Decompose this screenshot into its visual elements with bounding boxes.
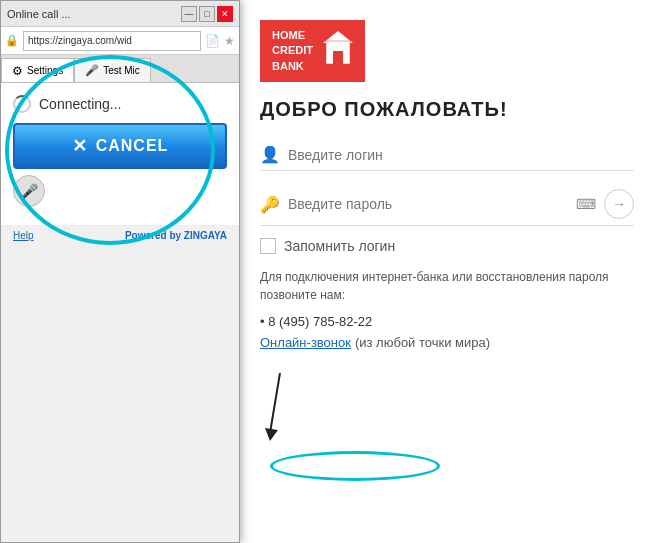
star-icon: ★ [224,34,235,48]
mic-row: 🎤 [13,169,227,213]
widget-area: Connecting... ✕ CANCEL 🎤 [1,83,239,225]
keyboard-icon[interactable]: ⌨ [576,196,596,212]
connecting-row: Connecting... [13,95,227,113]
bank-login-panel: HOME CREDIT BANK ДОБРО ПОЖАЛОВАТЬ! 👤 🔑 ⌨ [240,0,654,543]
mic-tab-icon: 🎤 [85,64,99,77]
url-input[interactable] [23,31,201,51]
user-icon: 👤 [260,145,280,164]
connecting-label: Connecting... [39,96,122,112]
login-input[interactable] [288,147,634,163]
close-button[interactable]: ✕ [217,6,233,22]
widget-footer: Help Powered by ZINGAYA [1,225,239,245]
online-link-row: Онлайн-звонок (из любой точки мира) [260,335,634,350]
bank-logo: HOME CREDIT BANK [260,20,634,82]
help-info-text: Для подключения интернет-банка или восст… [260,268,634,304]
address-bar: 🔒 📄 ★ [1,27,239,55]
cancel-label: CANCEL [96,137,169,155]
mic-icon: 🎤 [21,183,38,199]
remember-label: Запомнить логин [284,238,395,254]
maximize-button[interactable]: □ [199,6,215,22]
remember-checkbox[interactable] [260,238,276,254]
password-input[interactable] [288,196,568,212]
mute-mic-button[interactable]: 🎤 [13,175,45,207]
tab-settings[interactable]: ⚙ Settings [1,58,74,82]
login-input-row: 👤 [260,139,634,171]
logo-text-line1: HOME [272,28,305,43]
zingaya-branding: Powered by ZINGAYA [125,230,227,241]
arrow-right-icon: → [612,196,626,212]
logo-box: HOME CREDIT BANK [260,20,365,82]
remember-row: Запомнить логин [260,238,634,254]
minimize-button[interactable]: — [181,6,197,22]
loading-spinner [13,95,31,113]
welcome-text: ДОБРО ПОЖАЛОВАТЬ! [260,98,634,121]
logo-house-icon [323,29,353,73]
online-suffix: (из любой точки мира) [355,335,490,350]
submit-button[interactable]: → [604,189,634,219]
logo-text-line3: BANK [272,59,304,74]
tab-test-mic[interactable]: 🎤 Test Mic [74,58,151,82]
zingaya-brand-link[interactable]: ZINGAYA [184,230,227,241]
tab-settings-label: Settings [27,65,63,76]
tab-test-mic-label: Test Mic [103,65,140,76]
phone-number: • 8 (495) 785-82-22 [260,314,634,329]
browser-titlebar: Online call ... — □ ✕ [1,1,239,27]
gear-icon: ⚙ [12,64,23,78]
browser-controls: — □ ✕ [181,6,233,22]
svg-rect-38 [333,51,343,64]
lock-icon: 🔒 [5,34,19,47]
password-input-row: 🔑 ⌨ → [260,183,634,226]
online-call-link[interactable]: Онлайн-звонок [260,335,351,350]
browser-title: Online call ... [7,8,181,20]
cancel-button[interactable]: ✕ CANCEL [13,123,227,169]
key-icon: 🔑 [260,195,280,214]
logo-text-line2: CREDIT [272,43,313,58]
cancel-x-icon: ✕ [72,135,88,157]
page-icon: 📄 [205,34,220,48]
browser-window: Online call ... — □ ✕ 🔒 📄 ★ ⚙ Settings 🎤… [0,0,240,543]
help-link[interactable]: Help [13,230,34,241]
browser-tabs: ⚙ Settings 🎤 Test Mic [1,55,239,83]
